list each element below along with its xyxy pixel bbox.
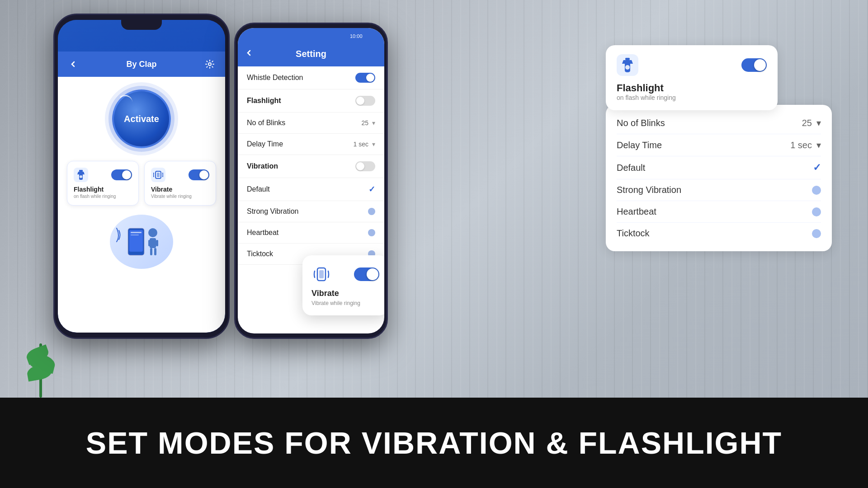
options-strong-vibration-dot (812, 186, 821, 195)
flashlight-card-icon (617, 54, 638, 76)
delay-chevron[interactable]: ▾ (372, 141, 375, 148)
banner-text: SET MODES FOR VIBRATION & FLASHLIGHT (86, 425, 782, 460)
options-ticktock-row[interactable]: Ticktock (617, 223, 821, 244)
back-button[interactable] (67, 58, 80, 70)
activate-label: Activate (124, 114, 159, 124)
blinks-label: No of Blinks (247, 119, 285, 127)
phone2-header: Setting (238, 44, 384, 66)
delay-value: 1 sec ▾ (354, 141, 375, 148)
delay-row: Delay Time 1 sec ▾ (238, 134, 384, 155)
default-row[interactable]: Default ✓ (238, 178, 384, 201)
flashlight-section-label: Flashlight (247, 97, 281, 105)
options-strong-vibration-label: Strong Vibration (617, 185, 681, 195)
blinks-row: No of Blinks 25 ▾ (238, 113, 384, 134)
heartbeat-row[interactable]: Heartbeat (238, 222, 384, 244)
whistle-toggle[interactable] (355, 73, 375, 83)
svg-rect-14 (131, 235, 139, 235)
vibrate-toggle[interactable] (189, 169, 209, 180)
settings-button[interactable] (203, 58, 216, 70)
vibrate-card-phone1: Vibrate Vibrate while ringing (144, 161, 216, 206)
phone2-back-button[interactable] (245, 49, 253, 59)
heartbeat-label: Heartbeat (247, 229, 278, 237)
options-blinks-chevron[interactable]: ▾ (816, 117, 821, 128)
bottom-banner: SET MODES FOR VIBRATION & FLASHLIGHT (0, 398, 868, 488)
strong-vibration-row[interactable]: Strong Vibration (238, 201, 384, 222)
options-strong-vibration-row[interactable]: Strong Vibration (617, 179, 821, 201)
phone2-status-bar: 10:00 (238, 28, 384, 44)
flashlight-card-toggle[interactable] (741, 58, 767, 72)
svg-rect-10 (154, 248, 156, 255)
vibrate-popup-subtitle: Vibrate while ringing (311, 300, 379, 306)
activate-area: Activate (58, 77, 225, 157)
options-heartbeat-dot (812, 207, 821, 216)
options-heartbeat-row[interactable]: Heartbeat (617, 201, 821, 223)
options-ticktock-label: Ticktock (617, 228, 650, 239)
strong-vibration-indicator (368, 208, 375, 215)
ticktock-label: Ticktock (247, 250, 273, 258)
flashlight-card-phone1: Flashlight on flash while ringing (67, 161, 139, 206)
svg-point-0 (208, 63, 211, 66)
blinks-chevron[interactable]: ▾ (372, 119, 375, 127)
options-blinks-label: No of Blinks (617, 118, 665, 128)
vibration-row: Vibration (238, 155, 384, 178)
phone1-screen: By Clap Activate (58, 20, 225, 333)
svg-point-5 (148, 228, 157, 237)
flashlight-card-title: Flashlight (617, 82, 767, 94)
vibrate-icon (151, 168, 165, 182)
blinks-value: 25 ▾ (361, 119, 375, 127)
flashlight-subtitle: on flash while ringing (74, 194, 132, 199)
svg-rect-17 (319, 270, 324, 278)
options-heartbeat-label: Heartbeat (617, 206, 656, 217)
options-default-row[interactable]: Default ✓ (617, 156, 821, 179)
options-delay-chevron[interactable]: ▾ (816, 140, 821, 150)
flashlight-card-header (617, 54, 767, 76)
activate-button[interactable]: Activate (112, 89, 171, 148)
vibration-section-label: Vibration (247, 162, 278, 170)
options-blinks-row: No of Blinks 25 ▾ (617, 112, 821, 134)
vibrate-popup-icon (311, 264, 331, 284)
options-delay-value: 1 sec ▾ (790, 140, 821, 150)
svg-rect-7 (148, 240, 151, 246)
whistle-detection-row: Whistle Detection (238, 66, 384, 89)
svg-rect-9 (150, 248, 152, 255)
svg-rect-4 (157, 173, 160, 177)
flashlight-row: Flashlight (238, 89, 384, 113)
options-delay-num: 1 sec (790, 140, 812, 150)
options-default-label: Default (617, 163, 645, 173)
svg-rect-18 (625, 58, 630, 60)
heartbeat-indicator (368, 229, 375, 236)
flashlight-toggle[interactable] (111, 169, 132, 180)
strong-vibration-label: Strong Vibration (247, 207, 298, 216)
options-blinks-num: 25 (802, 118, 812, 128)
svg-point-19 (625, 65, 630, 70)
flashlight-icon (74, 168, 88, 182)
phone1-notch (121, 20, 162, 30)
options-delay-row: Delay Time 1 sec ▾ (617, 134, 821, 156)
vibrate-title: Vibrate (151, 186, 209, 193)
svg-rect-12 (129, 230, 143, 252)
whistle-label: Whistle Detection (247, 74, 303, 82)
options-blinks-value: 25 ▾ (802, 117, 821, 128)
vibrate-popup-toggle[interactable] (354, 267, 379, 281)
vibration-section-toggle[interactable] (355, 161, 375, 171)
vibrate-subtitle: Vibrate while ringing (151, 194, 209, 199)
options-ticktock-dot (812, 229, 821, 238)
right-panel: Flashlight on flash while ringing No of … (606, 45, 832, 251)
default-label: Default (247, 185, 270, 193)
phone1-title: By Clap (126, 60, 156, 69)
illustration-circle (110, 215, 173, 269)
options-card: No of Blinks 25 ▾ Delay Time 1 sec ▾ Def… (606, 105, 832, 251)
options-delay-label: Delay Time (617, 140, 662, 150)
phone1-header: By Clap (58, 52, 225, 77)
toggle-cards: Flashlight on flash while ringing (58, 161, 225, 206)
phone2-title: Setting (296, 49, 326, 59)
vibrate-popup-title: Vibrate (311, 289, 379, 298)
phone1: By Clap Activate (53, 14, 230, 339)
flashlight-card-subtitle: on flash while ringing (617, 94, 767, 101)
phone2: 10:00 Setting Whistle Detection Flashlig… (234, 23, 388, 339)
flashlight-section-toggle[interactable] (355, 96, 375, 106)
flashlight-feature-card: Flashlight on flash while ringing (606, 45, 778, 110)
svg-rect-1 (79, 170, 83, 172)
flashlight-title: Flashlight (74, 186, 132, 193)
default-check: ✓ (368, 184, 375, 194)
